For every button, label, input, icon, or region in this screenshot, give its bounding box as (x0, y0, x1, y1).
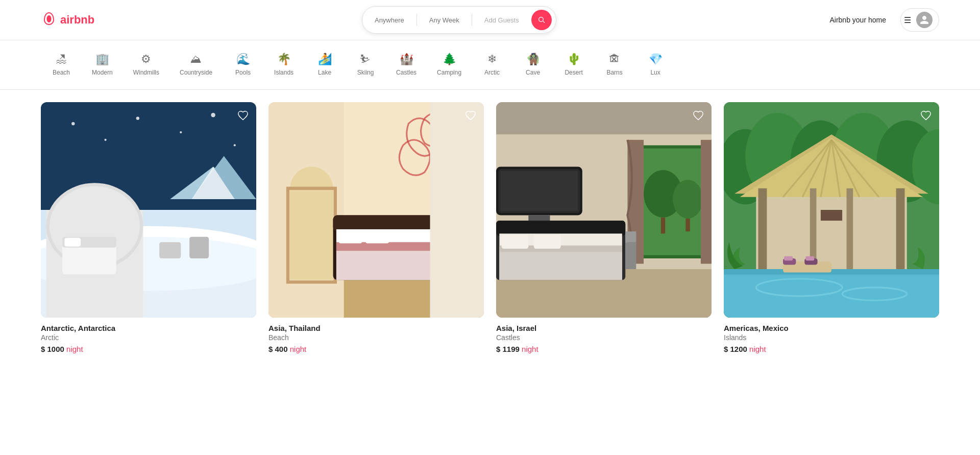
listing-info-3: Asia, Israel Castles $ 1199 night (496, 318, 712, 353)
svg-point-4 (71, 122, 75, 125)
category-item-camping[interactable]: 🌲 Camping (427, 49, 472, 81)
listing-info-4: Americas, Mexico Islands $ 1200 night (724, 318, 939, 353)
week-label: Any Week (429, 16, 459, 24)
host-link[interactable]: Airbnb your home (823, 12, 892, 28)
listing-card-1[interactable]: Antarctic, Antarctica Arctic $ 1000 nigh… (41, 102, 256, 353)
islands-icon: 🌴 (277, 53, 291, 66)
listings-grid: Antarctic, Antarctica Arctic $ 1000 nigh… (0, 90, 980, 366)
menu-avatar[interactable]: ☰ (900, 8, 939, 32)
listing-price-4: $ 1200 night (724, 345, 939, 353)
listing-image-wrapper (268, 102, 484, 318)
category-label-barns: Barns (606, 69, 622, 76)
search-any-week[interactable]: Any Week (417, 12, 472, 28)
wishlist-button-3[interactable] (691, 108, 705, 123)
wishlist-button-4[interactable] (919, 108, 933, 123)
listing-category-4: Islands (724, 333, 939, 342)
price-label-1: night (66, 345, 83, 353)
category-label-skiing: Skiing (357, 69, 374, 76)
avatar (916, 12, 933, 28)
category-item-modern[interactable]: 🏢 Modern (82, 49, 123, 81)
listing-image-wrapper (724, 102, 939, 318)
category-label-desert: Desert (565, 69, 582, 76)
category-item-skiing[interactable]: ⛷ Skiing (345, 49, 386, 81)
svg-rect-86 (821, 210, 842, 221)
category-label-cave: Cave (526, 69, 540, 76)
svg-rect-17 (64, 238, 81, 247)
listing-image-4 (724, 102, 939, 318)
category-item-pools[interactable]: 🌊 Pools (223, 49, 263, 81)
search-guests[interactable]: Add Guests (472, 12, 531, 28)
svg-rect-95 (805, 256, 814, 260)
svg-rect-43 (496, 102, 712, 134)
wishlist-button-1[interactable] (236, 108, 250, 123)
category-item-countryside[interactable]: ⛰ Countryside (169, 49, 223, 81)
category-label-pools: Pools (235, 69, 251, 76)
svg-point-5 (104, 139, 106, 141)
category-label-countryside: Countryside (180, 69, 212, 76)
category-item-castles[interactable]: 🏰 Castles (386, 49, 427, 81)
listing-price-2: $ 400 night (268, 345, 484, 353)
category-item-lake[interactable]: 🏄 Lake (304, 49, 345, 81)
listing-title-4: Americas, Mexico (724, 324, 939, 332)
search-bar: Anywhere Any Week Add Guests (362, 6, 556, 34)
svg-point-48 (673, 180, 703, 219)
svg-rect-56 (499, 248, 622, 280)
modern-icon: 🏢 (95, 53, 109, 66)
listing-image-wrapper (41, 102, 256, 318)
logo[interactable]: airbnb (41, 12, 94, 28)
svg-rect-50 (685, 219, 690, 231)
search-anywhere[interactable]: Anywhere (362, 12, 416, 28)
wishlist-button-2[interactable] (463, 108, 478, 123)
cave-icon: 🧌 (526, 53, 540, 66)
category-item-cave[interactable]: 🧌 Cave (512, 49, 553, 81)
price-label-3: night (522, 345, 538, 353)
svg-rect-31 (333, 215, 435, 232)
svg-rect-52 (701, 140, 712, 264)
svg-rect-34 (336, 242, 432, 251)
listing-title-1: Antarctic, Antarctica (41, 324, 256, 332)
category-item-windmills[interactable]: ⚙ Windmills (123, 49, 169, 81)
category-label-modern: Modern (92, 69, 113, 76)
lake-icon: 🏄 (318, 53, 332, 66)
category-item-arctic[interactable]: ❄ Arctic (472, 49, 512, 81)
svg-rect-62 (500, 171, 578, 211)
header: airbnb Anywhere Any Week Add Guests Airb… (0, 0, 980, 40)
heart-icon (237, 110, 249, 121)
listing-card-2[interactable]: Asia, Thailand Beach $ 400 night (268, 102, 484, 353)
category-label-lux: Lux (650, 69, 660, 76)
listing-title-2: Asia, Thailand (268, 324, 484, 332)
category-item-beach[interactable]: 🏖 Beach (41, 49, 82, 81)
listing-image-3 (496, 102, 712, 318)
search-button[interactable] (531, 10, 552, 30)
svg-rect-36 (365, 230, 389, 243)
category-label-beach: Beach (53, 69, 70, 76)
listing-info-1: Antarctic, Antarctica Arctic $ 1000 nigh… (41, 318, 256, 353)
beach-icon: 🏖 (56, 53, 67, 66)
desert-icon: 🌵 (567, 53, 581, 66)
arctic-icon: ❄ (487, 53, 497, 66)
svg-point-7 (180, 131, 182, 133)
heart-icon (693, 110, 704, 121)
category-item-barns[interactable]: 🏚 Barns (594, 49, 635, 81)
listing-card-3[interactable]: Asia, Israel Castles $ 1199 night (496, 102, 712, 353)
listing-card-4[interactable]: Americas, Mexico Islands $ 1200 night (724, 102, 939, 353)
guests-label: Add Guests (484, 16, 519, 24)
category-item-lux[interactable]: 💎 Lux (635, 49, 676, 81)
category-label-camping: Camping (437, 69, 461, 76)
svg-point-6 (136, 116, 139, 119)
category-item-desert[interactable]: 🌵 Desert (553, 49, 594, 81)
camping-icon: 🌲 (443, 53, 456, 66)
price-amount-4: $ 1200 (724, 345, 747, 353)
svg-rect-63 (528, 215, 550, 221)
svg-rect-85 (847, 188, 853, 275)
right-nav: Airbnb your home ☰ (823, 8, 939, 32)
svg-rect-59 (534, 235, 561, 249)
svg-point-8 (211, 113, 215, 117)
listing-image-2 (268, 102, 484, 318)
category-item-islands[interactable]: 🌴 Islands (263, 49, 304, 81)
listing-price-3: $ 1199 night (496, 345, 712, 353)
barns-icon: 🏚 (609, 53, 620, 66)
svg-rect-65 (625, 231, 636, 242)
lux-icon: 💎 (649, 53, 663, 66)
svg-rect-49 (661, 218, 665, 234)
